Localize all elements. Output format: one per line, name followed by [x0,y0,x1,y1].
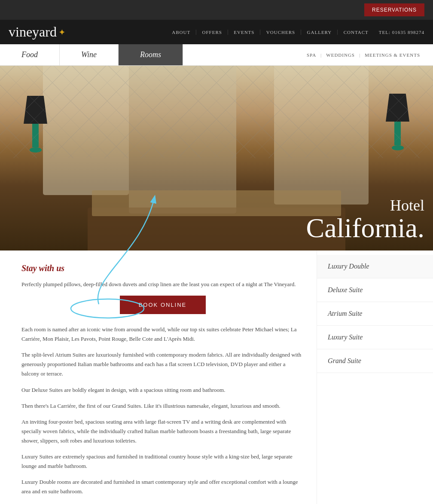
para-8: Luxury Double rooms are decorated and fu… [21,477,304,496]
subnav-rooms[interactable]: Rooms [119,44,183,65]
content-left: Stay with us Perfectly plumped pillows, … [0,250,317,504]
para-6: An inviting four-poster bed, spacious se… [21,417,304,446]
subnav-wine[interactable]: Wine [60,44,119,65]
room-grand-suite[interactable]: Grand Suite [317,349,433,373]
main-nav: ABOUT | OFFERS | EVENTS | VOUCHERS | GAL… [167,29,424,35]
main-content: Stay with us Perfectly plumped pillows, … [0,250,433,504]
hero-section: Hotel California. [0,66,433,250]
top-bar: RESERVATIONS [0,0,433,20]
room-luxury-suite[interactable]: Luxury Suite [317,326,433,349]
nav-gallery[interactable]: GALLERY [302,30,337,35]
book-btn-section: BOOK ONLINE [21,296,304,314]
hero-overlay: Hotel California. [306,196,424,242]
para-7: Luxury Suites are extremely spacious and… [21,452,304,471]
sub-nav: Food Wine Rooms SPA | WEDDINGS | MEETING… [0,44,433,66]
para-3: The split-level Atrium Suites are luxuri… [21,350,304,379]
para-4: Our Deluxe Suites are boldly elegant in … [21,385,304,395]
sub-nav-left: Food Wine Rooms [0,44,183,65]
reservations-button[interactable]: RESERVATIONS [364,3,424,16]
nav-contact[interactable]: CONTACT [338,30,374,35]
sub-nav-right: SPA | WEDDINGS | MEETINGS & EVENTS [302,52,433,58]
para-1: Perfectly plumped pillows, deep-filled d… [21,280,304,289]
room-deluxe-suite[interactable]: Deluxe Suite [317,278,433,302]
subnav-weddings[interactable]: WEDDINGS [322,52,359,58]
logo: vineyard ✦ [9,24,66,40]
hero-text-large: California. [306,214,424,242]
room-atrium-suite[interactable]: Atrium Suite [317,302,433,326]
para-5: Then there's La Carriére, the first of o… [21,401,304,411]
logo-bird-icon: ✦ [58,27,66,37]
subnav-meetings[interactable]: MEETINGS & EVENTS [360,52,424,58]
stay-title: Stay with us [21,263,304,273]
header-tel: TEL: 01635 898274 [379,30,424,35]
logo-text: vineyard [9,24,57,40]
nav-vouchers[interactable]: VOUCHERS [261,30,300,35]
book-online-button[interactable]: BOOK ONLINE [120,296,206,314]
nav-offers[interactable]: OFFERS [197,30,227,35]
para-2: Each room is named after an iconic wine … [21,325,304,344]
room-luxury-double[interactable]: Luxury Double [317,255,433,278]
subnav-food[interactable]: Food [0,44,60,65]
hero-text-small: Hotel [306,196,424,214]
header: vineyard ✦ ABOUT | OFFERS | EVENTS | VOU… [0,20,433,44]
nav-events[interactable]: EVENTS [229,30,259,35]
nav-about[interactable]: ABOUT [167,30,195,35]
room-sidebar: Luxury Double Deluxe Suite Atrium Suite … [317,250,433,504]
subnav-spa[interactable]: SPA [302,52,320,58]
